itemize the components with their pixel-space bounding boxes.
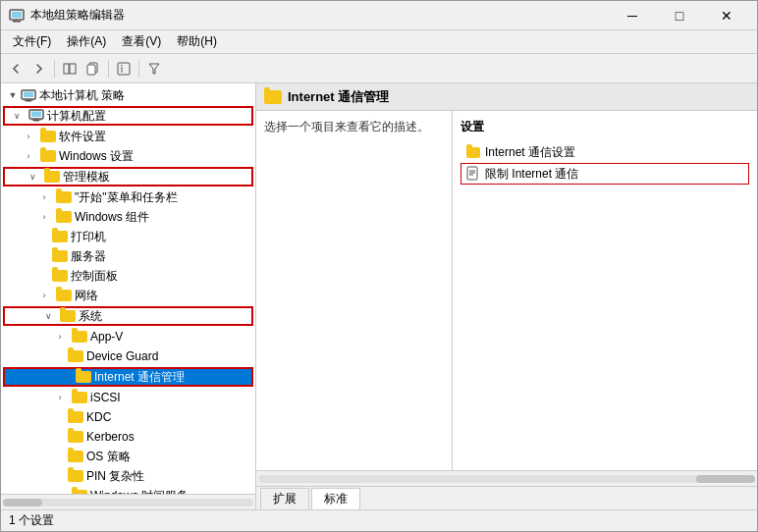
settings-item-internet-comm-settings[interactable]: Internet 通信设置 <box>460 141 749 163</box>
tree-scroll[interactable]: ▼ 本地计算机 策略 ∨ <box>1 83 255 494</box>
computer-config-toggle[interactable]: ∨ <box>9 108 25 124</box>
main-area: ▼ 本地计算机 策略 ∨ <box>1 83 757 509</box>
windows-comp-toggle[interactable]: › <box>36 209 52 225</box>
tree-network[interactable]: › 网络 <box>1 286 255 305</box>
tree-device-guard[interactable]: Device Guard <box>1 346 255 366</box>
root-toggle[interactable]: ▼ <box>5 87 21 103</box>
back-button[interactable] <box>5 58 27 80</box>
menu-help[interactable]: 帮助(H) <box>169 31 225 52</box>
admin-templates-toggle[interactable]: ∨ <box>25 169 40 185</box>
settings-item-label-0: Internet 通信设置 <box>485 144 575 161</box>
software-folder-icon <box>40 129 56 144</box>
info-button[interactable] <box>113 58 135 80</box>
toolbar-sep-1 <box>54 60 55 78</box>
svg-rect-18 <box>31 120 41 121</box>
right-h-scroll[interactable] <box>256 470 757 486</box>
windows-settings-label: Windows 设置 <box>59 148 134 165</box>
tree-start-menu[interactable]: › "开始"菜单和任务栏 <box>1 187 255 207</box>
right-panel: Internet 通信管理 选择一个项目来查看它的描述。 设置 Int <box>256 83 757 509</box>
description-panel: 选择一个项目来查看它的描述。 <box>256 111 453 470</box>
settings-label: 设置 <box>460 119 749 135</box>
tab-expand[interactable]: 扩展 <box>260 488 309 509</box>
app-v-icon <box>72 329 87 345</box>
printers-label: 打印机 <box>71 229 106 245</box>
tree-app-v[interactable]: › App-V <box>1 327 255 346</box>
kdc-icon <box>68 409 83 425</box>
tree-admin-templates[interactable]: ∨ 管理模板 <box>3 167 253 186</box>
svg-rect-2 <box>13 21 21 23</box>
kdc-label: KDC <box>86 410 111 424</box>
tree-printers[interactable]: 打印机 <box>1 227 255 246</box>
control-panel-label: 控制面板 <box>71 268 118 285</box>
status-text: 1 个设置 <box>9 512 54 529</box>
app-v-toggle[interactable]: › <box>52 329 68 345</box>
os-policy-icon <box>68 449 83 464</box>
tree-control-panel[interactable]: 控制面板 <box>1 266 255 286</box>
computer-config-icon <box>28 108 44 124</box>
tree-os-policy[interactable]: OS 策略 <box>1 447 255 466</box>
main-window: 本地组策略编辑器 ─ □ ✕ 文件(F) 操作(A) 查看(V) 帮助(H) <box>0 0 758 532</box>
tree-iscsi[interactable]: › iSCSI <box>1 388 255 407</box>
tree-root[interactable]: ▼ 本地计算机 策略 <box>1 85 255 105</box>
tree-windows-components[interactable]: › Windows 组件 <box>1 207 255 227</box>
network-label: 网络 <box>75 288 98 304</box>
tree-pin-complexity[interactable]: PIN 复杂性 <box>1 466 255 486</box>
pin-label: PIN 复杂性 <box>86 468 144 485</box>
windows-settings-icon <box>40 148 56 164</box>
system-toggle[interactable]: ∨ <box>40 308 56 324</box>
svg-rect-4 <box>70 64 76 74</box>
tree-computer-config[interactable]: ∨ 计算机配置 <box>3 106 253 126</box>
window-title: 本地组策略编辑器 <box>30 7 610 24</box>
menu-view[interactable]: 查看(V) <box>114 31 169 52</box>
start-menu-label: "开始"菜单和任务栏 <box>75 189 178 206</box>
h-scroll-track <box>258 475 755 483</box>
iscsi-toggle[interactable]: › <box>52 390 68 405</box>
tree-servers[interactable]: 服务器 <box>1 246 255 266</box>
window-icon <box>9 8 25 24</box>
toolbar-sep-2 <box>108 60 109 78</box>
tree-windows-time[interactable]: › Windows 时间服务 <box>1 486 255 494</box>
tree-system[interactable]: ∨ 系统 <box>3 306 253 326</box>
filter-button[interactable] <box>143 58 165 80</box>
h-scroll-thumb[interactable] <box>696 475 755 483</box>
windows-settings-toggle[interactable]: › <box>21 148 36 164</box>
svg-rect-7 <box>118 63 130 75</box>
svg-rect-3 <box>64 64 69 74</box>
software-toggle[interactable]: › <box>21 129 36 144</box>
bottom-tabs: 扩展 标准 <box>256 486 757 509</box>
device-guard-icon <box>68 348 83 364</box>
tree-software-settings[interactable]: › 软件设置 <box>1 127 255 146</box>
tree-kerberos[interactable]: Kerberos <box>1 427 255 447</box>
minimize-button[interactable]: ─ <box>610 4 655 27</box>
svg-rect-16 <box>31 112 41 118</box>
internet-comm-icon <box>76 369 91 385</box>
system-label: 系统 <box>79 308 102 325</box>
close-button[interactable]: ✕ <box>704 4 749 27</box>
admin-templates-icon <box>44 169 60 185</box>
tab-standard[interactable]: 标准 <box>311 488 360 509</box>
forward-button[interactable] <box>28 58 50 80</box>
toolbar-sep-3 <box>138 60 139 78</box>
show-hide-button[interactable] <box>59 58 81 80</box>
tree-internet-comm[interactable]: › Internet 通信管理 <box>3 367 253 387</box>
tree-windows-settings[interactable]: › Windows 设置 <box>1 146 255 166</box>
windows-comp-icon <box>56 209 72 225</box>
network-toggle[interactable]: › <box>36 288 52 303</box>
root-icon <box>21 87 36 103</box>
menu-action[interactable]: 操作(A) <box>59 31 114 52</box>
tree-kdc[interactable]: KDC <box>1 407 255 427</box>
menu-file[interactable]: 文件(F) <box>5 31 59 52</box>
internet-comm-toggle[interactable]: › <box>56 369 72 385</box>
title-bar: 本地组策略编辑器 ─ □ ✕ <box>1 1 757 30</box>
admin-templates-label: 管理模板 <box>63 169 110 186</box>
settings-item-restrict-internet[interactable]: 限制 Internet 通信 <box>460 163 749 185</box>
maximize-button[interactable]: □ <box>657 4 702 27</box>
svg-rect-12 <box>24 92 33 98</box>
right-content: 选择一个项目来查看它的描述。 设置 Internet 通信设置 <box>256 111 757 470</box>
menu-bar: 文件(F) 操作(A) 查看(V) 帮助(H) <box>1 30 757 54</box>
copy-button[interactable] <box>82 58 104 80</box>
iscsi-label: iSCSI <box>90 391 121 404</box>
start-menu-toggle[interactable]: › <box>36 189 52 205</box>
start-menu-icon <box>56 189 72 205</box>
iscsi-icon <box>72 390 87 405</box>
